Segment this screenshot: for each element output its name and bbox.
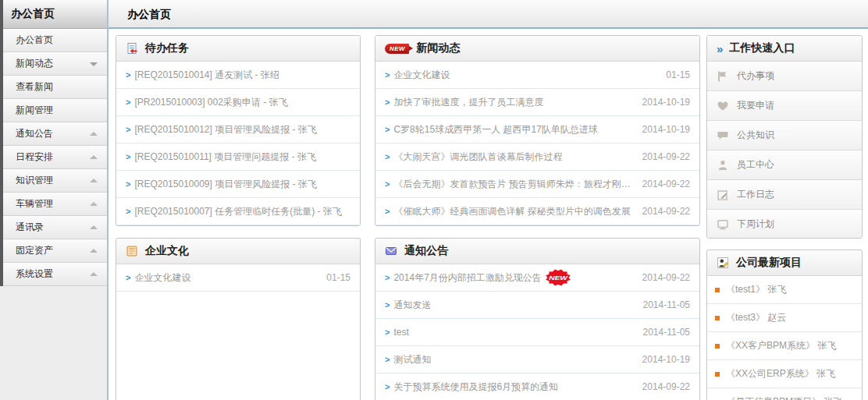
todo-item-text: [REQ2015010012] 项目管理风险提报 - 张飞 [134,123,350,136]
monitor-icon [717,218,729,231]
news-item[interactable]: > 《大闹天宫》调光团队首谈幕后制作过程 2014-09-22 [375,143,699,171]
news-item-date: 2014-10-19 [642,97,690,108]
sidebar-header-title: 办公首页 [3,0,107,29]
chevron-right-icon: > [126,97,130,107]
todo-item[interactable]: > [REQ2015010012] 项目管理风险提报 - 张飞 [116,116,360,143]
quick-entry-item[interactable]: 工作日志 [707,180,862,210]
sidebar-item[interactable]: 办公首页 [3,29,107,52]
sidebar-item[interactable]: 查看新闻 [3,76,107,99]
news-item[interactable]: > C罗8轮15球成西甲第一人 超西甲17队单队总进球 2014-10-19 [375,116,699,143]
collapse-arrow-icon[interactable] [90,179,98,182]
person-writing-icon [717,257,729,269]
sidebar-item[interactable]: 新闻动态 [3,52,107,76]
news-panel: NEW 新闻动态 > 企业文化建设 01-15 > 加快了审批速度，提升了员工满… [375,35,700,226]
culture-panel-title: 企业文化 [145,244,189,258]
projects-panel: 公司最新项目 《test1》 张飞 《test3》 赵云 《XX客户BPM系统》… [706,250,863,400]
todo-item[interactable]: > [PR2015010003] 002采购申请 - 张飞 [116,89,360,116]
todo-item[interactable]: > [REQ2015010009] 项目管理风险提报 - 张飞 [116,171,360,198]
sidebar-item[interactable]: 通知公告 [3,122,107,146]
collapse-arrow-icon[interactable] [90,272,98,276]
sidebar-item[interactable]: 知识管理 [3,169,107,193]
topbar: 办公首页 [108,0,868,29]
project-item[interactable]: 《test3》 赵云 [707,304,862,332]
sidebar-item[interactable]: 新闻管理 [3,99,107,122]
quick-entry-item[interactable]: 公共知识 [707,121,862,150]
orange-bullet-icon [715,344,720,349]
person-icon [717,159,729,172]
todo-item[interactable]: > [REQ2015010011] 项目管理问题提报 - 张飞 [116,143,360,171]
chevron-right-icon: > [126,125,130,134]
heart-icon [717,100,729,112]
notice-item[interactable]: > 关于预算系统使用及提报6月预算的通知 2014-09-22 [375,373,699,400]
notice-item[interactable]: > test 2014-11-05 [375,319,699,346]
page-title: 办公首页 [108,0,868,29]
sidebar-item-label: 办公首页 [16,34,53,45]
sidebar-top: 办公首页 办公首页 新闻动态 查看新闻 新闻管理 [0,0,107,286]
quick-entry-panel: » 工作快速入口 代办事项 我要申请 公共知识 员工中心 工作 [706,35,863,239]
todo-item-text: [REQ2015010009] 项目管理风险提报 - 张飞 [134,178,350,191]
orange-bullet-icon [715,372,720,377]
quick-entry-label: 代办事项 [737,69,774,83]
news-item[interactable]: > 《催眠大师》经典画面调色详解 探秘类型片中的调色发展 2014-09-22 [375,198,699,225]
sidebar-item[interactable]: 固定资产 [3,239,107,263]
notice-item[interactable]: > 通知发送 2014-11-05 [375,292,699,319]
chevron-right-icon: > [385,273,390,282]
quick-entry-header: » 工作快速入口 [707,36,862,62]
news-item[interactable]: > 企业文化建设 01-15 [375,62,699,89]
culture-item-text: 企业文化建设 [134,271,320,285]
project-item[interactable]: 《XX客户BPM系统》 张飞 [707,332,862,360]
notice-item[interactable]: > 测试通知 2014-10-19 [375,346,699,373]
collapse-arrow-icon[interactable] [90,225,98,229]
flag-icon [717,70,729,83]
quick-entry-item[interactable]: 代办事项 [707,62,862,91]
sidebar-item[interactable]: 日程安排 [3,146,107,169]
notice-item-date: 2014-11-05 [643,299,691,310]
chevron-right-icon: > [385,300,390,310]
sidebar-item-label: 查看新闻 [16,81,53,92]
quick-entry-label: 我要申请 [737,99,774,112]
project-item[interactable]: 《XX公司ERP系统》 张飞 [707,360,862,388]
chevron-right-icon: > [385,70,390,80]
project-item-text: 《易正信息BPM项目》 张飞 [726,395,854,400]
projects-list: 《test1》 张飞 《test3》 赵云 《XX客户BPM系统》 张飞 《XX… [707,276,862,400]
collapse-arrow-icon[interactable] [90,155,98,159]
sidebar-item-label: 系统设置 [16,268,53,279]
quick-entry-item[interactable]: 员工中心 [707,150,862,180]
double-chevron-icon: » [717,42,722,55]
sidebar-item-label: 固定资产 [16,245,53,256]
sidebar: 办公首页 办公首页 新闻动态 查看新闻 新闻管理 [0,0,108,400]
chevron-right-icon: > [385,327,390,337]
culture-book-icon [126,245,138,257]
culture-item[interactable]: > 企业文化建设 01-15 [116,264,360,292]
sidebar-item[interactable]: 通讯录 [3,216,107,239]
notice-item[interactable]: > 2014年7月份内部招工激励兑现公告 NEW 2014-09-22 [375,264,699,292]
sidebar-item[interactable]: 车辆管理 [3,193,107,216]
todo-item[interactable]: > [REQ2015010014] 通友测试 - 张绍 [116,62,360,89]
sidebar-item-label: 车辆管理 [16,198,53,209]
collapse-arrow-icon[interactable] [90,132,98,136]
todo-item[interactable]: > [REQ2015010007] 任务管理临时任务(批量) - 张飞 [116,198,360,225]
chevron-right-icon: > [385,97,390,107]
chevron-right-icon: > [385,125,390,134]
news-item[interactable]: > 加快了审批速度，提升了员工满意度 2014-10-19 [375,89,699,116]
orange-bullet-icon [715,316,720,320]
collapse-arrow-icon[interactable] [90,202,98,206]
speech-bubble-icon [717,129,729,142]
chevron-right-icon: > [126,207,130,216]
collapse-arrow-icon[interactable] [90,62,98,66]
project-item[interactable]: 《易正信息BPM项目》 张飞 [707,388,862,400]
news-item[interactable]: > 《后会无期》发首款预告片 预告剪辑师朱烨：旅程才刚刚开始 2014-09-2… [375,171,699,198]
projects-panel-title: 公司最新项目 [736,256,802,270]
collapse-arrow-icon[interactable] [90,249,98,253]
quick-entry-title: 工作快速入口 [729,41,795,55]
sidebar-item-label: 日程安排 [16,151,53,162]
news-item-date: 2014-09-22 [642,151,690,162]
quick-entry-item[interactable]: 下周计划 [707,210,862,239]
notice-item-text: 通知发送 [393,299,431,312]
quick-entry-label: 下周计划 [737,218,774,231]
sidebar-item[interactable]: 系统设置 [3,263,107,286]
news-item-date: 2014-09-22 [642,179,690,189]
project-item[interactable]: 《test1》 张飞 [707,276,862,304]
envelope-icon [385,245,397,257]
quick-entry-item[interactable]: 我要申请 [707,91,862,121]
